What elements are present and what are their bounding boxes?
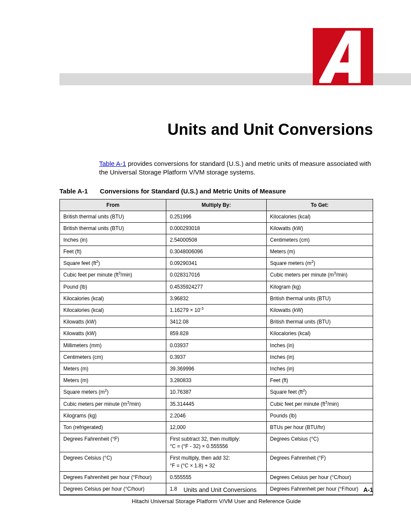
table-row: Feet (ft)0.3048006096Meters (m) <box>60 246 373 258</box>
cell-to: British thermal units (BTU) <box>266 316 373 328</box>
footer-guide-name: Hitachi Universal Storage Platform V/VM … <box>59 498 373 504</box>
table-row: Pound (lb)0.4535924277Kilogram (kg) <box>60 281 373 292</box>
cell-multiply: 0.000293018 <box>166 222 267 234</box>
cell-to: Kilogram (kg) <box>266 281 373 292</box>
cell-multiply: 2.54000508 <box>166 234 267 246</box>
cell-from: Kilowatts (kW) <box>60 316 166 328</box>
cell-from: Meters (m) <box>60 363 166 374</box>
cell-from: Square feet (ft2) <box>60 258 166 269</box>
cell-from: Feet (ft) <box>60 246 166 258</box>
table-row: Kilowatts (kW)859.828Kilocalories (kcal) <box>60 328 373 339</box>
table-row: Meters (m)3.280833Feet (ft) <box>60 375 373 386</box>
header-to: To Get: <box>266 199 373 211</box>
header-from: From <box>60 199 166 211</box>
table-link[interactable]: Table A-1 <box>99 160 126 167</box>
cell-multiply: 10.76387 <box>166 386 267 398</box>
page-content: Units and Unit Conversions Table A-1 pro… <box>59 121 373 495</box>
cell-to: Kilowatts (kW) <box>266 222 373 234</box>
cell-to: Meters (m) <box>266 246 373 258</box>
cell-to: Kilocalories (kcal) <box>266 211 373 222</box>
cell-multiply: 0.3937 <box>166 351 267 363</box>
cell-multiply: 1.16279 × 10-3 <box>166 305 267 316</box>
cell-multiply: 12,000 <box>166 421 267 433</box>
cell-to: Inches (in) <box>266 339 373 351</box>
cell-from: Cubic meters per minute (m3/min) <box>60 398 166 410</box>
cell-to: Centimeters (cm) <box>266 234 373 246</box>
cell-to: Feet (ft) <box>266 375 373 386</box>
cell-to: Square meters (m2) <box>266 258 373 269</box>
cell-multiply: 3.96832 <box>166 292 267 304</box>
cell-to: Degrees Fahrenheit (°F) <box>266 452 373 471</box>
table-row: Cubic feet per minute (ft3/min)0.0283170… <box>60 269 373 281</box>
cell-to: Degrees Celsius (°C) <box>266 433 373 452</box>
page-number: A-1 <box>363 486 373 493</box>
cell-from: Kilowatts (kW) <box>60 328 166 339</box>
page-footer: Units and Unit Conversions A-1 Hitachi U… <box>59 486 373 504</box>
cell-to: British thermal units (BTU) <box>266 292 373 304</box>
cell-multiply: First multiply, then add 32:°F = (°C × 1… <box>166 452 267 471</box>
cell-multiply: 0.028317016 <box>166 269 267 281</box>
table-row: British thermal units (BTU)0.251996Kiloc… <box>60 211 373 222</box>
cell-multiply: 3.280833 <box>166 375 267 386</box>
conversion-table: From Multiply By: To Get: British therma… <box>59 199 373 495</box>
cell-to: Cubic feet per minute (ft3/min) <box>266 398 373 410</box>
cell-multiply: 3412.08 <box>166 316 267 328</box>
cell-from: Meters (m) <box>60 375 166 386</box>
cell-multiply: First subtract 32, then multiply:°C = (°… <box>166 433 267 452</box>
cell-multiply: 859.828 <box>166 328 267 339</box>
table-row: Kilocalories (kcal)3.96832British therma… <box>60 292 373 304</box>
cell-multiply: 0.09290341 <box>166 258 267 269</box>
cell-multiply: 39.369996 <box>166 363 267 374</box>
cell-multiply: 0.251996 <box>166 211 267 222</box>
cell-from: Kilocalories (kcal) <box>60 305 166 316</box>
cell-to: Inches (in) <box>266 351 373 363</box>
cell-from: British thermal units (BTU) <box>60 222 166 234</box>
cell-to: BTUs per hour (BTU/hr) <box>266 421 373 433</box>
cell-from: Kilograms (kg) <box>60 410 166 421</box>
table-row: Meters (m)39.369996Inches (in) <box>60 363 373 374</box>
intro-text: provides conversions for standard (U.S.)… <box>99 160 371 176</box>
cell-multiply: 2.2046 <box>166 410 267 421</box>
cell-from: British thermal units (BTU) <box>60 211 166 222</box>
table-row: Degrees Fahrenheit (°F)First subtract 32… <box>60 433 373 452</box>
cell-from: Pound (lb) <box>60 281 166 292</box>
table-row: Inches (in)2.54000508Centimeters (cm) <box>60 234 373 246</box>
cell-to: Degrees Celsius per hour (°C/hour) <box>266 471 373 483</box>
table-label: Table A-1 <box>59 187 88 195</box>
cell-from: Degrees Fahrenheit per hour (°F/hour) <box>60 471 166 483</box>
appendix-badge <box>313 28 373 85</box>
cell-from: Centimeters (cm) <box>60 351 166 363</box>
cell-to: Kilocalories (kcal) <box>266 328 373 339</box>
table-header-row: From Multiply By: To Get: <box>60 199 373 211</box>
table-title: Conversions for Standard (U.S.) and Metr… <box>100 187 286 195</box>
table-row: Square feet (ft2)0.09290341Square meters… <box>60 258 373 269</box>
cell-multiply: 35.314445 <box>166 398 267 410</box>
cell-multiply: 0.555555 <box>166 471 267 483</box>
cell-from: Ton (refrigerated) <box>60 421 166 433</box>
page-title: Units and Unit Conversions <box>59 121 373 139</box>
table-caption: Table A-1Conversions for Standard (U.S.)… <box>59 187 373 195</box>
table-row: Degrees Celsius (°C)First multiply, then… <box>60 452 373 471</box>
letter-a-icon <box>319 29 367 85</box>
cell-multiply: 0.3048006096 <box>166 246 267 258</box>
cell-multiply: 0.4535924277 <box>166 281 267 292</box>
cell-to: Kilowatts (kW) <box>266 305 373 316</box>
cell-from: Cubic feet per minute (ft3/min) <box>60 269 166 281</box>
cell-to: Inches (in) <box>266 363 373 374</box>
cell-from: Degrees Fahrenheit (°F) <box>60 433 166 452</box>
cell-from: Millimeters (mm) <box>60 339 166 351</box>
table-row: British thermal units (BTU)0.000293018Ki… <box>60 222 373 234</box>
cell-to: Cubic meters per minute (m3/min) <box>266 269 373 281</box>
cell-from: Square meters (m2) <box>60 386 166 398</box>
cell-from: Inches (in) <box>60 234 166 246</box>
table-row: Square meters (m2)10.76387Square feet (f… <box>60 386 373 398</box>
intro-paragraph: Table A-1 provides conversions for stand… <box>99 159 373 177</box>
table-row: Centimeters (cm)0.3937Inches (in) <box>60 351 373 363</box>
cell-to: Pounds (lb) <box>266 410 373 421</box>
table-row: Cubic meters per minute (m3/min)35.31444… <box>60 398 373 410</box>
table-row: Millimeters (mm)0.03937Inches (in) <box>60 339 373 351</box>
header-multiply: Multiply By: <box>166 199 267 211</box>
cell-to: Square feet (ft2) <box>266 386 373 398</box>
table-row: Kilocalories (kcal)1.16279 × 10-3Kilowat… <box>60 305 373 316</box>
cell-multiply: 0.03937 <box>166 339 267 351</box>
